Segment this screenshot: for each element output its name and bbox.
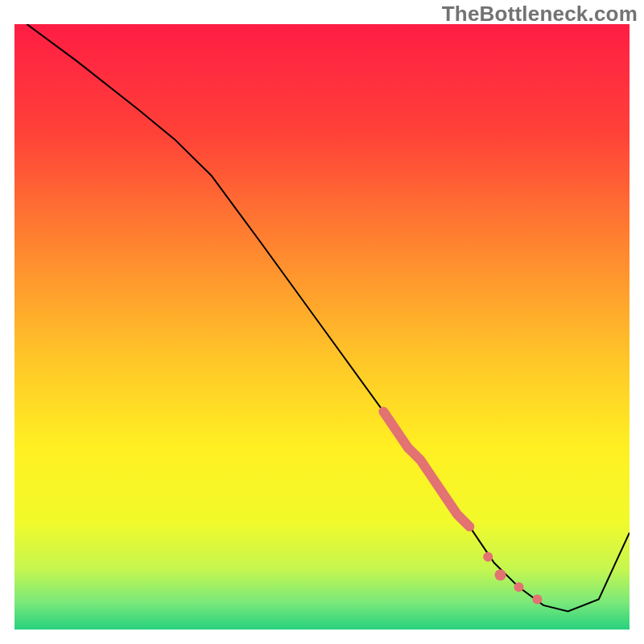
highlight-dot <box>514 582 523 592</box>
bottleneck-chart <box>0 0 644 644</box>
highlight-dot <box>483 552 493 562</box>
highlight-dot <box>495 569 506 580</box>
chart-container: TheBottleneck.com <box>0 0 644 644</box>
highlight-dot <box>532 594 542 604</box>
